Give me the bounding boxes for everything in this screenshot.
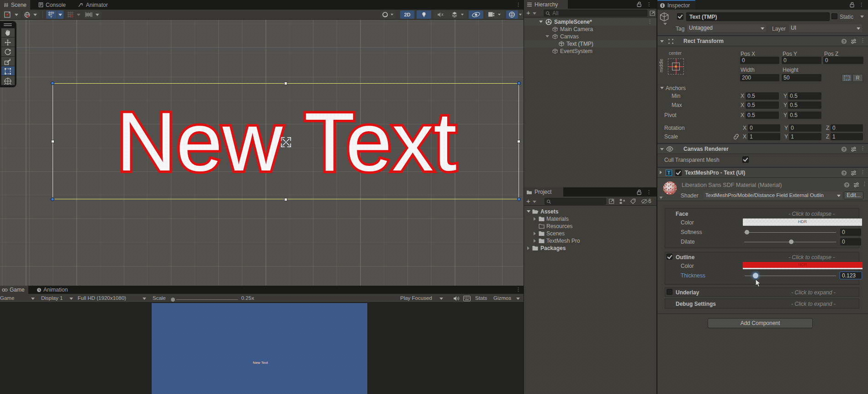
svg-text:?: ? (846, 183, 848, 187)
svg-text:Y: Y (50, 15, 52, 19)
svg-text:?: ? (843, 171, 846, 176)
svg-text:?: ? (843, 147, 846, 152)
svg-text:?: ? (843, 39, 846, 44)
